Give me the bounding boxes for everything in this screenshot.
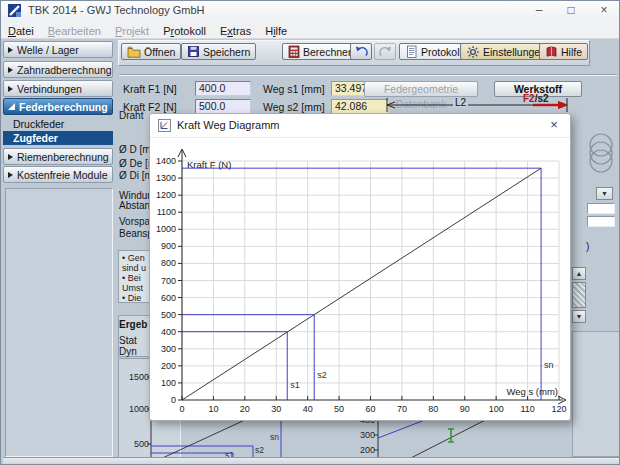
bg-right-ylabel-300: 300 bbox=[360, 430, 375, 440]
dialog-titlebar[interactable]: Kraft Weg Diagramm × bbox=[150, 114, 570, 138]
undo-button[interactable] bbox=[350, 43, 372, 60]
dialog-close-button[interactable]: × bbox=[538, 114, 570, 137]
dropdown-button[interactable]: ▼ bbox=[596, 187, 613, 200]
svg-text:1200: 1200 bbox=[156, 190, 176, 200]
app-icon bbox=[8, 4, 22, 18]
svg-text:30: 30 bbox=[271, 404, 281, 414]
calculate-button[interactable]: Berechnen bbox=[282, 43, 360, 60]
titlebar: TBK 2014 - GWJ Technology GmbH – □ × bbox=[1, 1, 620, 22]
sidebar-item-verbindungen[interactable]: Verbindungen bbox=[3, 80, 113, 97]
menu-item-protokoll[interactable]: Protokoll bbox=[156, 23, 213, 39]
menu-items: DateiBearbeitenProjektProtokollExtrasHil… bbox=[1, 21, 294, 38]
dim-l2-label: L2 bbox=[453, 97, 468, 108]
sidebar-item-druckfeder[interactable]: Druckfeder bbox=[3, 117, 113, 131]
occluded-text-fragment: Draht bbox=[119, 110, 143, 121]
menu-item-hilfe[interactable]: Hilfe bbox=[258, 23, 294, 39]
triangle-expanded-icon bbox=[8, 103, 15, 110]
save-floppy-icon bbox=[187, 45, 200, 58]
help-button[interactable]: Hilfe bbox=[539, 43, 588, 60]
sidebar-item-zugfeder[interactable]: Zugfeder bbox=[3, 131, 113, 145]
open-button[interactable]: Öffnen bbox=[121, 43, 181, 60]
occluded-text-fragment: Ergeb bbox=[119, 319, 147, 330]
svg-text:20: 20 bbox=[240, 404, 250, 414]
sidebar-item-label: Welle / Lager bbox=[17, 44, 79, 56]
svg-text:s1: s1 bbox=[290, 380, 300, 390]
occluded-text-fragment: Stat bbox=[119, 335, 137, 346]
svg-text:90: 90 bbox=[460, 404, 470, 414]
triangle-collapsed-icon bbox=[8, 172, 13, 178]
folder-open-icon bbox=[127, 45, 141, 58]
paren-fragment: ) bbox=[586, 241, 589, 252]
scroll-down-button[interactable]: ▼ bbox=[572, 310, 586, 323]
save-button[interactable]: Speichern bbox=[181, 43, 256, 60]
scroll-thumb[interactable] bbox=[572, 282, 586, 308]
sidebar-item-label: Kostenfreie Module bbox=[17, 169, 107, 181]
svg-text:0: 0 bbox=[171, 395, 176, 405]
protocol-button[interactable]: Protokoll bbox=[399, 43, 468, 60]
redo-icon bbox=[378, 45, 393, 58]
triangle-down-icon: ▼ bbox=[576, 313, 583, 320]
toolbar-divider bbox=[119, 74, 617, 76]
svg-text:s2: s2 bbox=[317, 370, 327, 380]
dim-f2s2-label: F2/s2 bbox=[523, 93, 549, 104]
weg-s2-label: Weg s2 [mm] bbox=[263, 101, 325, 113]
triangle-collapsed-icon bbox=[8, 47, 13, 53]
scroll-up-button[interactable]: ▲ bbox=[572, 267, 586, 280]
sidebar-item-label: Verbindungen bbox=[17, 83, 82, 95]
dim-s2-rest: /s2 bbox=[535, 93, 549, 104]
svg-text:60: 60 bbox=[365, 404, 375, 414]
svg-text:600: 600 bbox=[161, 293, 176, 303]
svg-text:1300: 1300 bbox=[156, 173, 176, 183]
undo-icon bbox=[354, 45, 369, 58]
dim-f2-red: F2 bbox=[523, 93, 535, 104]
calculate-button-label: Berechnen bbox=[303, 46, 354, 58]
svg-text:50: 50 bbox=[334, 404, 344, 414]
menu-item-datei[interactable]: Datei bbox=[1, 23, 41, 39]
kraft-f1-input[interactable]: 400.0 bbox=[195, 81, 251, 96]
svg-text:400: 400 bbox=[161, 327, 176, 337]
triangle-up-icon: ▲ bbox=[576, 270, 583, 277]
toolbar: Öffnen Speichern Berechnen Protokoll Ein… bbox=[118, 40, 590, 66]
minimize-button[interactable]: – bbox=[525, 1, 553, 20]
open-button-label: Öffnen bbox=[144, 46, 175, 58]
spring-preview-fragment bbox=[581, 131, 620, 176]
force-deflection-chart: 0102030405060708090100110120010020030040… bbox=[150, 138, 570, 420]
sidebar-item-welle-lager[interactable]: Welle / Lager bbox=[3, 41, 113, 58]
kraft-weg-dialog: Kraft Weg Diagramm × 0102030405060708090… bbox=[149, 113, 571, 421]
right-panel-fragment bbox=[572, 331, 620, 457]
svg-text:100: 100 bbox=[161, 378, 176, 388]
svg-text:1100: 1100 bbox=[157, 207, 176, 217]
sidebar-item-label: Zugfeder bbox=[13, 132, 58, 144]
app-window: TBK 2014 - GWJ Technology GmbH – □ × Dat… bbox=[0, 0, 620, 465]
svg-text:Weg s (mm): Weg s (mm) bbox=[506, 386, 558, 397]
chevron-down-icon: ▼ bbox=[601, 190, 608, 197]
triangle-collapsed-icon bbox=[8, 86, 13, 92]
triangle-collapsed-icon bbox=[8, 154, 13, 160]
redo-button[interactable] bbox=[374, 43, 396, 60]
menu-item-projekt[interactable]: Projekt bbox=[108, 23, 156, 39]
svg-text:sn: sn bbox=[544, 360, 554, 370]
svg-text:40: 40 bbox=[303, 404, 313, 414]
field-fragment-2[interactable] bbox=[587, 216, 615, 227]
menu-item-bearbeiten[interactable]: Bearbeiten bbox=[41, 23, 108, 39]
close-button[interactable]: × bbox=[589, 1, 619, 20]
sidebar-item-kostenfreie-module[interactable]: Kostenfreie Module bbox=[3, 166, 113, 183]
svg-text:800: 800 bbox=[161, 258, 176, 268]
occluded-text-fragment: Dyn bbox=[119, 346, 137, 357]
sidebar-item-federberechnung[interactable]: Federberechnung bbox=[3, 98, 113, 115]
menu-item-extras[interactable]: Extras bbox=[213, 23, 258, 39]
scrollbar[interactable]: ▲ ▼ bbox=[572, 267, 586, 323]
status-bar bbox=[3, 457, 619, 465]
sidebar-item-zahnradberechnung[interactable]: Zahnradberechnung bbox=[3, 61, 113, 78]
maximize-button[interactable]: □ bbox=[557, 1, 585, 20]
svg-text:200: 200 bbox=[161, 361, 176, 371]
help-button-label: Hilfe bbox=[561, 46, 582, 58]
kraft-f2-input[interactable]: 500.0 bbox=[195, 99, 251, 114]
field-fragment-1[interactable] bbox=[587, 203, 615, 214]
sidebar-item-riemenberechnung[interactable]: Riemenberechnung bbox=[3, 148, 113, 165]
sidebar-item-label: Federberechnung bbox=[19, 101, 108, 113]
window-title: TBK 2014 - GWJ Technology GmbH bbox=[28, 4, 204, 16]
dialog-title: Kraft Weg Diagramm bbox=[177, 119, 280, 131]
svg-text:1400: 1400 bbox=[156, 156, 176, 166]
svg-text:10: 10 bbox=[208, 404, 218, 414]
